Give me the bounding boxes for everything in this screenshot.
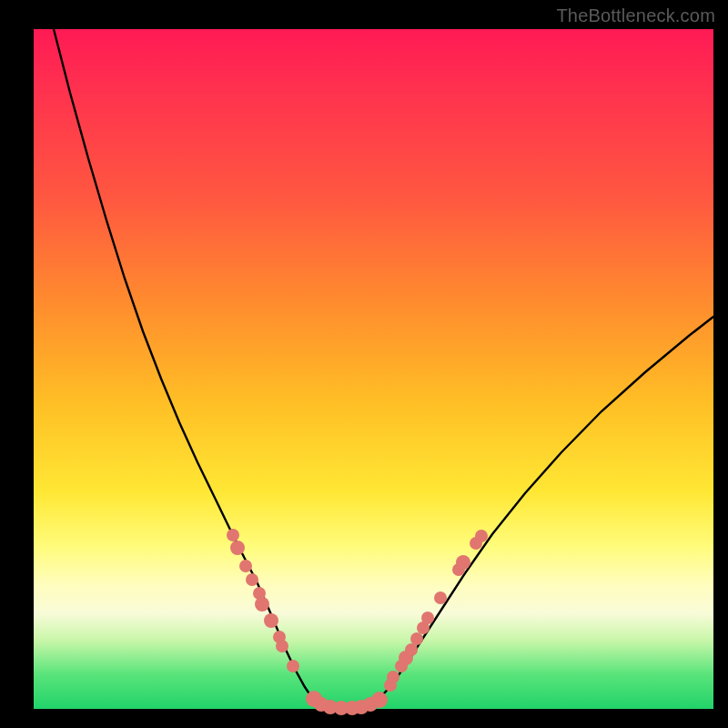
highlight-dot [405,643,418,656]
chart-frame: TheBottleneck.com [0,0,728,728]
plot-area [34,29,713,709]
highlight-dot [227,529,239,541]
highlight-dots-group [227,529,488,715]
highlight-dot [246,573,258,586]
highlight-dot [371,692,388,708]
highlight-dot [410,632,423,645]
highlight-dot [475,530,488,542]
highlight-dot [239,560,252,572]
highlight-dot [276,640,288,652]
highlight-dot [421,612,434,624]
highlight-dot [456,555,470,570]
highlight-dot [230,541,245,555]
highlight-dot [434,592,447,604]
highlight-dot [255,597,269,612]
highlight-dot [387,671,399,683]
highlight-dot [287,660,299,672]
watermark-text: TheBottleneck.com [556,5,715,26]
highlight-dot [264,613,278,628]
curve-svg [34,29,713,709]
v-curve [54,29,713,708]
